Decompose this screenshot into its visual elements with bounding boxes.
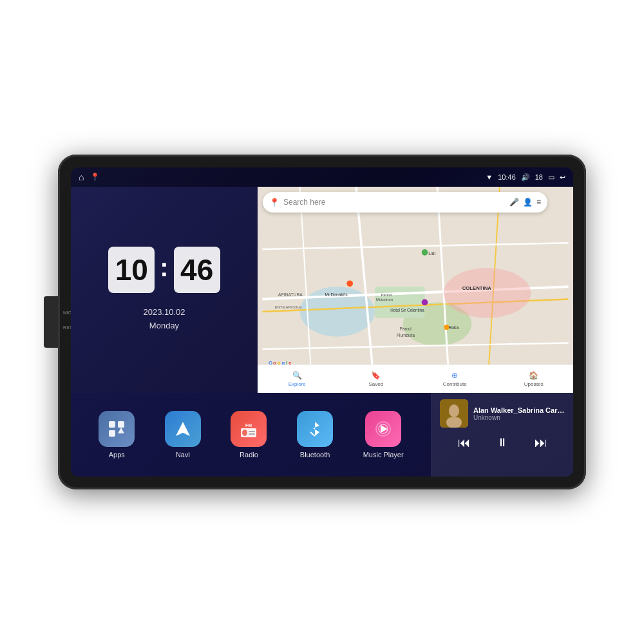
- map-nav-explore[interactable]: 🔍 Explore: [258, 371, 337, 387]
- music-thumbnail: [440, 399, 468, 428]
- svg-text:Parcul: Parcul: [381, 293, 392, 297]
- radio-icon-circle: FM: [231, 411, 267, 447]
- music-player-label: Music Player: [363, 451, 404, 459]
- updates-icon: 🏠: [529, 371, 538, 380]
- music-player-panel: Alan Walker_Sabrina Carpenter_F... Unkno…: [431, 393, 573, 477]
- clock-hour: 10: [108, 247, 155, 293]
- bottom-section: Apps Navi: [71, 393, 573, 477]
- navi-icon-circle: [165, 411, 201, 447]
- updates-label: Updates: [524, 381, 544, 387]
- music-icon-svg: [374, 419, 393, 439]
- svg-text:Lidl: Lidl: [428, 251, 435, 256]
- map-mic-icon[interactable]: 🎤: [509, 198, 519, 207]
- svg-text:FM: FM: [245, 423, 252, 428]
- clock-container: 10 : 46: [108, 247, 220, 293]
- svg-text:Hotel Sir Colentina: Hotel Sir Colentina: [390, 308, 424, 312]
- music-thumb-image: [440, 399, 468, 428]
- contribute-icon: ⊕: [451, 371, 458, 380]
- map-container: APINATURA ENTE APICOLE COLENTINA Parcul …: [258, 187, 573, 393]
- music-artist: Unknown: [473, 414, 565, 421]
- music-controls: ⏮ ⏸ ⏭: [440, 433, 565, 453]
- svg-marker-37: [118, 428, 124, 433]
- music-details: Alan Walker_Sabrina Carpenter_F... Unkno…: [473, 406, 565, 421]
- bluetooth-label: Bluetooth: [300, 451, 330, 459]
- map-bottom-nav: 🔍 Explore 🔖 Saved ⊕ Contribute 🏠: [258, 365, 573, 393]
- svg-text:Roka: Roka: [448, 325, 459, 330]
- music-player-icon-circle: [365, 411, 401, 447]
- map-search-bar[interactable]: 📍 Search here 🎤 👤 ≡: [263, 192, 547, 213]
- svg-text:ENTE APICOLE: ENTE APICOLE: [275, 305, 302, 309]
- next-button[interactable]: ⏭: [529, 433, 553, 453]
- map-nav-saved[interactable]: 🔖 Saved: [337, 371, 416, 387]
- map-pin-icon: 📍: [269, 198, 279, 207]
- music-player-icon-item[interactable]: Music Player: [363, 411, 404, 459]
- date-display: 2023.10.02 Monday: [143, 306, 185, 333]
- navi-label: Navi: [176, 451, 190, 459]
- navi-icon-svg: [173, 419, 193, 439]
- map-svg: APINATURA ENTE APICOLE COLENTINA Parcul …: [258, 187, 573, 393]
- svg-point-12: [444, 268, 531, 318]
- apps-icon-circle: [99, 411, 135, 447]
- map-search-actions: 🎤 👤 ≡: [509, 198, 541, 207]
- bluetooth-icon-item[interactable]: Bluetooth: [297, 411, 333, 459]
- svg-rect-42: [249, 433, 255, 435]
- svg-point-24: [422, 299, 428, 306]
- apps-icon-item[interactable]: Apps: [99, 411, 135, 459]
- wifi-icon: ▼: [486, 173, 493, 181]
- back-icon[interactable]: ↩: [560, 173, 565, 182]
- svg-rect-40: [242, 430, 247, 436]
- location-icon[interactable]: 📍: [90, 173, 100, 182]
- svg-point-48: [449, 404, 459, 417]
- radio-icon-item[interactable]: FM Radio: [231, 411, 267, 459]
- prev-button[interactable]: ⏮: [453, 433, 476, 453]
- side-mount: [44, 296, 58, 348]
- music-info: Alan Walker_Sabrina Carpenter_F... Unkno…: [440, 399, 565, 428]
- app-icons-area: Apps Navi: [71, 393, 431, 477]
- day-value: Monday: [143, 319, 185, 333]
- clock-panel: 10 : 46 2023.10.02 Monday: [71, 187, 258, 393]
- status-right: ▼ 10:46 🔊 18 ▭ ↩: [486, 173, 565, 182]
- svg-rect-34: [109, 421, 115, 428]
- map-panel[interactable]: APINATURA ENTE APICOLE COLENTINA Parcul …: [258, 187, 573, 393]
- apps-label: Apps: [109, 451, 125, 459]
- contribute-label: Contribute: [443, 381, 467, 387]
- bluetooth-icon-circle: [297, 411, 333, 447]
- clock-colon: :: [160, 253, 168, 282]
- map-nav-contribute[interactable]: ⊕ Contribute: [415, 371, 495, 387]
- navi-icon-item[interactable]: Navi: [165, 411, 201, 459]
- map-account-icon[interactable]: 👤: [523, 198, 533, 207]
- map-nav-updates[interactable]: 🏠 Updates: [495, 371, 574, 387]
- svg-rect-49: [446, 417, 462, 428]
- saved-icon: 🔖: [371, 371, 381, 380]
- bluetooth-icon-svg: [305, 419, 325, 439]
- svg-rect-41: [249, 431, 255, 432]
- svg-text:APINATURA: APINATURA: [278, 292, 303, 297]
- explore-label: Explore: [289, 381, 306, 387]
- volume-icon: 🔊: [521, 173, 530, 182]
- apps-icon-svg: [107, 419, 126, 439]
- map-layers-icon[interactable]: ≡: [536, 198, 541, 207]
- home-icon[interactable]: ⌂: [79, 172, 84, 182]
- status-bar: ⌂ 📍 ▼ 10:46 🔊 18 ▭ ↩: [71, 167, 573, 187]
- screen: ⌂ 📍 ▼ 10:46 🔊 18 ▭ ↩ 10 : 46: [71, 167, 573, 477]
- svg-text:Motodrom: Motodrom: [376, 298, 393, 301]
- play-pause-button[interactable]: ⏸: [491, 433, 513, 452]
- car-head-unit: MIC RST ⌂ 📍 ▼ 10:46 🔊 18 ▭ ↩ 10: [58, 155, 586, 489]
- date-value: 2023.10.02: [143, 306, 185, 319]
- svg-text:Parcul: Parcul: [400, 327, 412, 331]
- svg-rect-3: [375, 287, 425, 317]
- clock-minute: 46: [174, 247, 220, 293]
- album-art-svg: [440, 399, 468, 428]
- map-search-placeholder: Search here: [283, 198, 325, 207]
- status-left: ⌂ 📍: [79, 172, 100, 182]
- svg-line-44: [310, 432, 315, 436]
- volume-level: 18: [535, 173, 543, 181]
- explore-icon: 🔍: [292, 371, 302, 380]
- main-content: 10 : 46 2023.10.02 Monday: [71, 187, 573, 393]
- radio-icon-svg: FM: [239, 419, 258, 439]
- svg-text:Plumbuita: Plumbuita: [397, 333, 415, 337]
- time-display: 10:46: [498, 173, 516, 181]
- saved-label: Saved: [368, 381, 383, 387]
- svg-text:McDonald's: McDonald's: [325, 292, 348, 297]
- battery-icon: ▭: [548, 173, 554, 182]
